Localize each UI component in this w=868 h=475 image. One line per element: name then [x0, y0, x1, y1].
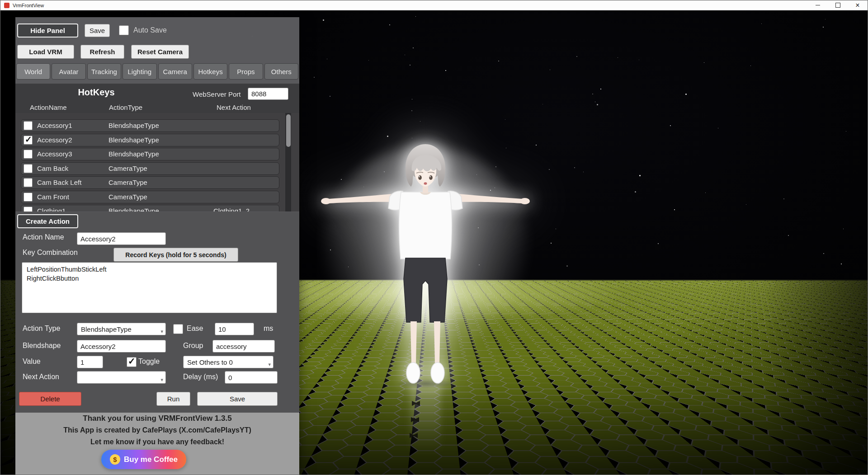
row-action-type: CameraType — [108, 179, 147, 186]
column-actiontype: ActionType — [109, 103, 142, 111]
tab-world[interactable]: World — [16, 63, 50, 80]
table-row[interactable]: Cam Front CameraType — [21, 191, 279, 203]
next-action-label: Next Action — [23, 373, 59, 381]
star — [825, 19, 826, 19]
scrollbar-thumb[interactable] — [286, 114, 291, 147]
row-checkbox[interactable] — [24, 193, 33, 202]
action-type-label: Action Type — [23, 325, 60, 333]
maximize-button[interactable] — [828, 0, 848, 10]
star — [576, 56, 577, 57]
webserver-port-input[interactable] — [248, 88, 288, 100]
row-action-name: Accessory2 — [37, 136, 72, 144]
reset-camera-button[interactable]: Reset Camera — [131, 45, 189, 59]
star — [412, 138, 412, 138]
star — [327, 59, 327, 59]
star — [410, 65, 410, 66]
star — [556, 229, 556, 229]
row-checkbox[interactable] — [24, 207, 33, 212]
create-action-button[interactable]: Create Action — [17, 214, 78, 228]
tab-camera[interactable]: Camera — [158, 63, 192, 80]
run-button[interactable]: Run — [156, 392, 190, 406]
group-input[interactable] — [212, 340, 275, 353]
row-action-name: Cam Front — [37, 193, 69, 201]
value-label: Value — [23, 357, 41, 366]
auto-save-checkbox[interactable] — [119, 25, 129, 35]
ease-ms-input[interactable] — [215, 323, 254, 335]
toggle-label: Toggle — [138, 357, 160, 366]
delete-button[interactable]: Delete — [19, 392, 81, 406]
star — [542, 104, 543, 104]
chevron-down-icon — [160, 375, 163, 383]
footer-line-1: Thank you for using VRMFrontView 1.3.5 — [15, 414, 299, 423]
load-vrm-button[interactable]: Load VRM — [17, 45, 74, 59]
control-panel: Hide Panel Save Auto Save Load VRM Refre… — [15, 17, 299, 475]
ms-label: ms — [264, 325, 273, 333]
table-row[interactable]: Accessory1 BlendshapeType — [21, 119, 279, 132]
value-input[interactable] — [77, 356, 103, 368]
vrm-character — [317, 141, 534, 387]
table-row[interactable]: Cam Back Left CameraType — [21, 176, 279, 189]
table-row[interactable]: Cam Back CameraType — [21, 162, 279, 175]
action-name-input[interactable] — [77, 232, 166, 245]
star — [841, 263, 842, 264]
star — [413, 47, 414, 48]
tab-others[interactable]: Others — [264, 63, 298, 80]
toggle-checkbox[interactable] — [127, 357, 137, 367]
save-settings-button[interactable]: Save — [85, 24, 110, 37]
row-action-type: BlendshapeType — [108, 150, 159, 158]
hide-panel-button[interactable]: Hide Panel — [17, 24, 78, 38]
row-action-type: BlendshapeType — [108, 207, 159, 212]
buy-coffee-button[interactable]: $ Buy me Coffee — [101, 450, 186, 469]
star — [323, 19, 324, 21]
key-combination-textarea[interactable]: LeftPositionThumbStickLeft RightClickBbu… — [22, 262, 277, 313]
row-checkbox[interactable] — [24, 178, 33, 187]
ease-checkbox[interactable] — [173, 324, 183, 334]
row-checkbox[interactable] — [24, 164, 33, 173]
table-scrollbar[interactable] — [285, 113, 291, 212]
title-bar: VrmFrontView — [0, 0, 868, 10]
star — [718, 128, 718, 128]
next-action-select[interactable] — [77, 371, 166, 384]
footer-line-3: Let me know if you have any feedback! — [15, 438, 299, 446]
row-action-type: BlendshapeType — [108, 136, 159, 144]
chevron-down-icon — [160, 327, 163, 334]
minimize-button[interactable] — [808, 0, 828, 10]
blendshape-label: Blendshape — [23, 342, 61, 350]
star — [536, 145, 537, 146]
star — [705, 193, 706, 193]
star — [505, 119, 505, 120]
save-action-button[interactable]: Save — [197, 392, 278, 406]
set-others-select[interactable]: Set Others to 0 — [183, 356, 274, 368]
table-row[interactable]: Accessory3 BlendshapeType — [21, 148, 279, 160]
record-keys-button[interactable]: Record Keys (hold for 5 seconds) — [113, 248, 238, 262]
table-row[interactable]: Accessory2 BlendshapeType — [21, 134, 279, 146]
table-row[interactable]: Clothing1 BlendshapeType Clothing1_2 — [21, 205, 279, 212]
app-icon — [4, 3, 9, 8]
star — [788, 235, 789, 236]
tab-lighting[interactable]: Lighting — [123, 63, 156, 80]
blendshape-input[interactable] — [77, 340, 166, 353]
row-checkbox[interactable] — [24, 121, 33, 130]
row-action-name: Cam Back — [37, 165, 68, 172]
dollar-icon: $ — [110, 454, 120, 465]
refresh-button[interactable]: Refresh — [80, 45, 124, 59]
tab-avatar[interactable]: Avatar — [52, 63, 85, 80]
star — [411, 110, 412, 111]
star — [445, 70, 446, 71]
row-action-type: CameraType — [108, 165, 147, 172]
window-title: VrmFrontView — [13, 3, 44, 8]
star — [583, 172, 584, 172]
tab-props[interactable]: Props — [229, 63, 263, 80]
tab-hotkeys[interactable]: Hotkeys — [193, 63, 227, 80]
star — [823, 253, 824, 254]
row-checkbox[interactable] — [24, 136, 33, 145]
close-button[interactable] — [848, 0, 868, 10]
star — [574, 167, 575, 168]
row-checkbox[interactable] — [24, 150, 33, 159]
action-type-select[interactable]: BlendshapeType — [77, 323, 166, 335]
row-action-name: Accessory3 — [37, 150, 72, 158]
tab-tracking[interactable]: Tracking — [87, 63, 121, 80]
star — [412, 99, 412, 99]
star — [405, 55, 405, 55]
delay-input[interactable] — [225, 371, 278, 384]
